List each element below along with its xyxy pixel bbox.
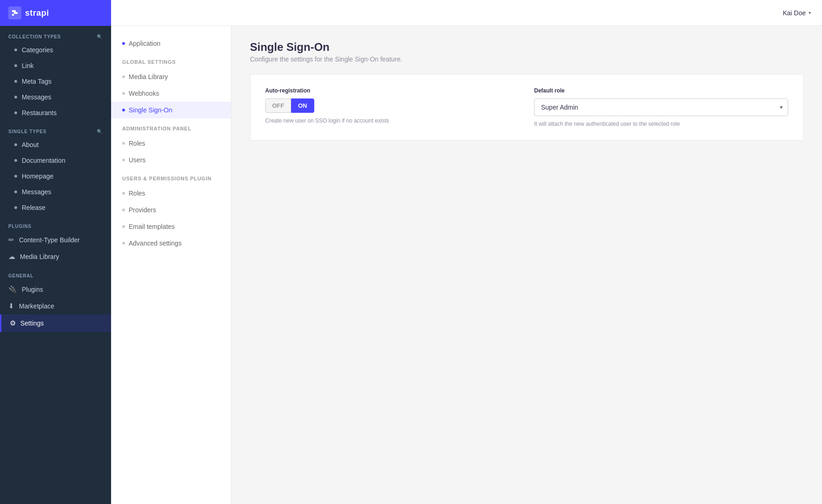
sidebar-item-plugins[interactable]: 🔌 Plugins <box>0 281 111 298</box>
sidebar-item-settings[interactable]: ⚙ Settings <box>0 314 111 332</box>
dot-icon <box>14 80 17 83</box>
admin-panel-heading: ADMINISTRATION PANEL <box>111 118 231 135</box>
single-types-heading: SINGLE TYPES 🔍 <box>0 121 111 137</box>
username: Kai Doe <box>783 9 806 17</box>
settings-item-advanced-settings[interactable]: Advanced settings <box>111 235 231 252</box>
dot-icon <box>14 64 17 67</box>
default-role-select-wrap: Super Admin Editor Author ▾ <box>534 98 788 116</box>
global-settings-heading: GLOBAL SETTINGS <box>111 52 231 68</box>
settings-item-providers[interactable]: Providers <box>111 202 231 218</box>
dot-icon <box>14 191 17 193</box>
dot-icon <box>14 111 17 114</box>
dot-icon <box>122 142 125 145</box>
dot-icon <box>122 225 125 228</box>
auto-registration-hint: Create new user on SSO login if no accou… <box>265 117 519 124</box>
settings-sidebar: Application GLOBAL SETTINGS Media Librar… <box>111 26 231 504</box>
sidebar-item-meta-tags[interactable]: Meta Tags <box>0 74 111 89</box>
dot-icon <box>122 92 125 95</box>
auto-registration-toggle: OFF ON <box>265 98 519 113</box>
settings-item-media-library[interactable]: Media Library <box>111 68 231 85</box>
content-area: Application GLOBAL SETTINGS Media Librar… <box>111 26 822 504</box>
settings-item-webhooks[interactable]: Webhooks <box>111 85 231 102</box>
dot-icon <box>14 49 17 51</box>
users-permissions-heading: USERS & PERMISSIONS PLUGIN <box>111 168 231 185</box>
settings-item-single-sign-on[interactable]: Single Sign-On <box>111 102 231 118</box>
dot-icon <box>14 143 17 146</box>
sidebar-item-about[interactable]: About <box>0 137 111 153</box>
toggle-off-button[interactable]: OFF <box>265 98 291 113</box>
single-search-icon[interactable]: 🔍 <box>97 129 103 134</box>
settings-grid: Auto-registration OFF ON Create new user… <box>265 87 788 127</box>
sidebar-item-messages-single[interactable]: Messages <box>0 184 111 200</box>
gear-icon: ⚙ <box>10 319 16 327</box>
auto-registration-label: Auto-registration <box>265 87 519 94</box>
default-role-hint: It will attach the new authenticated use… <box>534 121 788 127</box>
sidebar-item-messages-collection[interactable]: Messages <box>0 89 111 105</box>
sidebar-item-homepage[interactable]: Homepage <box>0 168 111 184</box>
sidebar-item-media-library[interactable]: ☁ Media Library <box>0 248 111 265</box>
cloud-icon: ☁ <box>8 252 15 261</box>
dot-icon <box>14 175 17 178</box>
dot-icon <box>122 209 125 211</box>
dot-icon <box>122 75 125 78</box>
default-role-select[interactable]: Super Admin Editor Author <box>534 98 788 116</box>
collection-search-icon[interactable]: 🔍 <box>97 34 103 39</box>
plugins-heading: PLUGINS <box>0 215 111 232</box>
sso-settings-card: Auto-registration OFF ON Create new user… <box>250 74 803 141</box>
sidebar-item-categories[interactable]: Categories <box>0 42 111 58</box>
page-content: Single Sign-On Configure the settings fo… <box>231 26 822 504</box>
dot-active-icon <box>122 109 125 111</box>
dot-icon <box>14 96 17 98</box>
plug-icon: 🔌 <box>8 285 17 294</box>
collection-types-heading: COLLECTION TYPES 🔍 <box>0 26 111 42</box>
main-area: Kai Doe ▾ Application GLOBAL SETTINGS Me… <box>111 0 822 504</box>
dot-icon <box>122 192 125 195</box>
sidebar-item-release[interactable]: Release <box>0 200 111 215</box>
pencil-icon: ✏ <box>8 236 14 244</box>
sidebar-item-restaurants[interactable]: Restaurants <box>0 105 111 121</box>
general-heading: GENERAL <box>0 265 111 281</box>
sidebar-item-content-type-builder[interactable]: ✏ Content-Type Builder <box>0 232 111 248</box>
settings-item-users-admin[interactable]: Users <box>111 152 231 168</box>
settings-item-roles-plugin[interactable]: Roles <box>111 185 231 202</box>
user-menu[interactable]: Kai Doe ▾ <box>783 9 811 17</box>
dot-blue-icon <box>122 42 125 45</box>
strapi-logo-icon <box>8 6 21 19</box>
sidebar-item-documentation[interactable]: Documentation <box>0 153 111 168</box>
sidebar-item-marketplace[interactable]: ⬇ Marketplace <box>0 298 111 314</box>
chevron-down-icon: ▾ <box>809 10 811 15</box>
auto-registration-field: Auto-registration OFF ON Create new user… <box>265 87 519 127</box>
sidebar-item-link[interactable]: Link <box>0 58 111 74</box>
dot-icon <box>14 159 17 162</box>
logo-text: strapi <box>25 8 49 18</box>
logo-area[interactable]: strapi <box>0 0 111 26</box>
settings-item-application[interactable]: Application <box>111 35 231 52</box>
dot-icon <box>122 242 125 245</box>
toggle-on-button[interactable]: ON <box>291 98 314 113</box>
topbar: Kai Doe ▾ <box>111 0 822 26</box>
settings-item-email-templates[interactable]: Email templates <box>111 218 231 235</box>
default-role-label: Default role <box>534 87 788 94</box>
default-role-field: Default role Super Admin Editor Author ▾… <box>534 87 788 127</box>
left-sidebar: strapi COLLECTION TYPES 🔍 Categories Lin… <box>0 0 111 504</box>
dot-icon <box>122 159 125 161</box>
settings-item-roles-admin[interactable]: Roles <box>111 135 231 152</box>
dot-icon <box>14 206 17 209</box>
download-icon: ⬇ <box>8 302 14 310</box>
page-subtitle: Configure the settings for the Single Si… <box>250 55 803 63</box>
page-title: Single Sign-On <box>250 41 803 54</box>
